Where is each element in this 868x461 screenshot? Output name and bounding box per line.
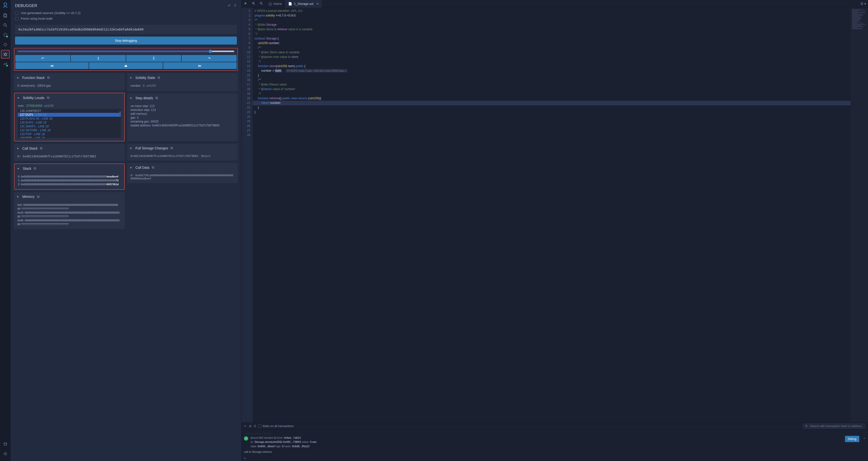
solidity-state-block: ▾Solidity State⧉ number: 0 uint256 [127, 73, 238, 91]
terminal-tx-entry: ✓ [block:665 txIndex:0] from: 0xfed...7a… [244, 436, 866, 449]
app-logo-icon [2, 2, 9, 9]
opcode-line[interactable]: 126 JUMPDEST - [18, 109, 121, 113]
stop-debugging-button[interactable]: Stop debugging [15, 36, 237, 44]
copy-icon[interactable]: ⧉ [47, 75, 50, 80]
memory-row: 0x40: 0000000000000000000000000000000000… [18, 219, 121, 222]
zoom-out-icon[interactable] [259, 1, 263, 6]
memory-row: 0x0: 00000000000000000000000000000000000… [18, 203, 121, 207]
chevron-down-icon[interactable]: ⌄ [863, 436, 866, 440]
memory-row: 80 ???????????????????????????????? [18, 222, 121, 226]
svg-point-4 [4, 54, 6, 56]
clear-icon[interactable]: ⊘ [249, 424, 252, 428]
solidity-locals-block: ▾Solidity Locals⧉ num: 3735928559 uint25… [14, 93, 125, 142]
listen-checkbox[interactable]: listen on all transactions [258, 425, 294, 428]
scrollbar-thumb[interactable] [119, 112, 121, 116]
step-slider[interactable] [15, 49, 237, 55]
next-breakpoint-button[interactable]: ⏭ [163, 62, 237, 69]
svg-point-5 [5, 453, 6, 455]
terminal-prompt[interactable]: > [242, 455, 868, 461]
terminal-log-line[interactable]: call to Storage.retrieve [244, 450, 866, 454]
copy-icon[interactable]: ⧉ [152, 165, 154, 170]
step-back-button[interactable]: ↶ [15, 55, 70, 62]
svg-point-3 [4, 24, 6, 26]
debugger-panel: DEBUGGER Use generated sources (Solidity… [11, 0, 241, 461]
copy-icon[interactable]: ⧉ [155, 96, 158, 100]
caret-down-icon[interactable]: ▾ [18, 166, 20, 171]
tx-hash-input[interactable]: 0x24a28fa3661cc7a10f519105ca05bdb2d99869… [15, 25, 237, 34]
caret-down-icon[interactable]: ▾ [17, 76, 20, 80]
memory-row: 00 ???????????????????????????????? [18, 207, 121, 211]
local-node-checkbox[interactable]: Force using local node [15, 17, 237, 20]
copy-icon[interactable]: ⧉ [37, 195, 39, 199]
sidebar-files-icon[interactable] [1, 11, 10, 20]
pending-count: 0 [254, 425, 256, 428]
code-editor: 1234567891011121314151617181920212223242… [242, 8, 868, 422]
opcode-line[interactable]: 131 SWAP1 - LINE 18 [18, 124, 121, 128]
step-details-block: ▾Step details⧉ vm trace step: 113executi… [127, 93, 238, 141]
terminal-search [803, 423, 866, 429]
memory-row: 00 ???????????????????????????????? [18, 215, 121, 219]
icon-sidebar [0, 0, 11, 461]
caret-down-icon[interactable]: ▾ [130, 165, 132, 170]
opcode-line[interactable]: 127 DUP1 - LINE 18 [18, 113, 121, 117]
chevron-right-icon[interactable] [234, 4, 237, 8]
opcode-line[interactable]: 132 SSTORE - LINE 18 [18, 128, 121, 132]
panel-title: DEBUGGER [15, 4, 37, 8]
copy-icon[interactable]: ⧉ [40, 146, 42, 150]
sidebar-plugin-icon[interactable] [1, 440, 10, 449]
opcodes-list: 126 JUMPDEST -127 DUP1 - LINE 18128 PUSH… [18, 109, 121, 138]
opcode-line[interactable]: 133 POP - LINE 18 [18, 132, 121, 136]
full-storage-block: ▾Full Storage Changes⧉ 0x48214b92A60DfFc… [127, 144, 238, 160]
minimap[interactable] [850, 8, 868, 422]
editor-menu-icon[interactable]: ☰ ▾ [861, 2, 866, 6]
search-icon [805, 425, 808, 428]
generated-sources-checkbox[interactable]: Use generated sources (Solidity >= v0.7.… [15, 11, 237, 15]
debug-button[interactable]: Debug [845, 436, 859, 442]
copy-icon[interactable]: ⧉ [170, 146, 173, 150]
memory-row: 0x20: 0000000000000000000000000000000000… [18, 211, 121, 215]
zoom-in-icon[interactable] [252, 1, 255, 6]
opcode-line[interactable]: 128 PUSH1 00 - LINE 18 [18, 117, 121, 121]
caret-down-icon[interactable]: ▾ [18, 96, 20, 100]
sidebar-deploy-icon[interactable] [1, 40, 10, 49]
opcode-line[interactable]: 134 POP - LINE 18 [18, 136, 121, 138]
sidebar-analysis-icon[interactable] [1, 60, 10, 68]
file-tab[interactable]: 📄1_Storage.sol✕ [285, 0, 322, 8]
terminal-panel: ⤡ ⊘ 0 listen on all transactions .......… [242, 422, 868, 461]
svg-point-8 [806, 425, 807, 427]
copy-icon[interactable]: ⧉ [158, 75, 160, 80]
sidebar-settings-icon[interactable] [1, 450, 10, 458]
stack-row: 1: 0x00000000000000000000000000000000000… [18, 179, 121, 183]
editor-toolbar: Home 📄1_Storage.sol✕ ☰ ▾ [242, 0, 868, 8]
caret-down-icon[interactable]: ▾ [130, 146, 132, 150]
close-tab-icon[interactable]: ✕ [316, 2, 319, 6]
caret-down-icon[interactable]: ▾ [17, 195, 20, 198]
collapse-icon[interactable]: ⤡ [244, 424, 247, 428]
stack-row: 0: 0x00000000000000000000000000000000000… [18, 175, 121, 179]
home-tab[interactable]: Home [265, 0, 285, 8]
success-icon: ✓ [244, 436, 248, 441]
run-icon[interactable] [244, 2, 247, 6]
sidebar-search-icon[interactable] [1, 21, 10, 30]
sidebar-compile-icon[interactable] [1, 31, 10, 39]
check-icon[interactable] [227, 3, 231, 8]
jump-out-button[interactable]: ⏏ [89, 62, 162, 69]
caret-down-icon[interactable]: ▾ [130, 96, 132, 100]
call-data-block: ▾Call Data⧉ 0: 0x6057361d000000000000000… [127, 163, 238, 183]
step-into-button[interactable]: ↧ [126, 55, 181, 62]
step-out-button[interactable]: ↥ [71, 55, 126, 62]
copy-icon[interactable]: ⧉ [34, 166, 36, 171]
stack-block: ▾Stack⧉ 0: 0x000000000000000000000000000… [14, 163, 125, 190]
svg-point-0 [4, 3, 7, 6]
stack-row: 2: 0x00000000000000000000000000000000000… [18, 183, 121, 186]
terminal-search-input[interactable] [810, 425, 863, 428]
memory-block: ▾Memory⧉ 0x0: 00000000000000000000000000… [14, 192, 125, 229]
caret-down-icon[interactable]: ▾ [17, 147, 20, 150]
function-stack-block: ▾Function Stack⧉ 0: store(num) - 20024 g… [14, 73, 125, 90]
prev-breakpoint-button[interactable]: ⏮ [15, 62, 89, 69]
copy-icon[interactable]: ⧉ [47, 96, 50, 100]
opcode-line[interactable]: 130 DUP2 - LINE 18 [18, 121, 121, 124]
sidebar-debugger-icon[interactable] [1, 50, 10, 59]
step-over-button[interactable]: ↷ [182, 55, 237, 62]
caret-down-icon[interactable]: ▾ [130, 76, 132, 80]
